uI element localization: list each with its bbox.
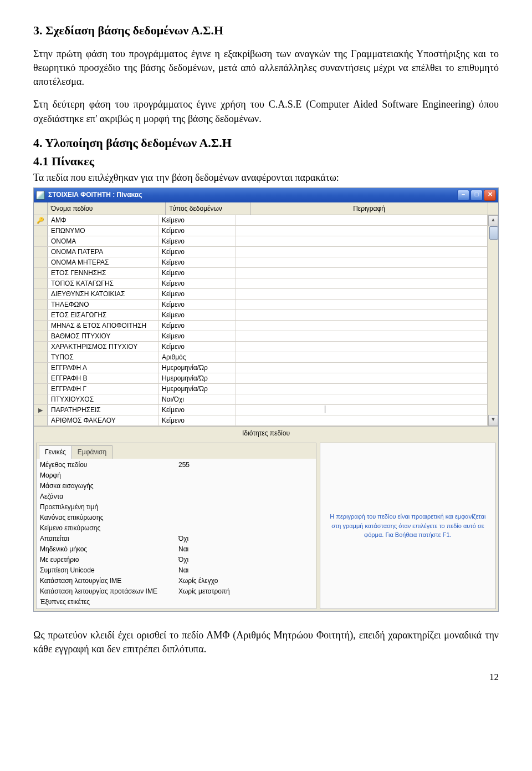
data-type-cell[interactable]: Κείμενο	[158, 226, 236, 236]
description-cell[interactable]	[236, 363, 488, 373]
row-selector[interactable]	[34, 373, 48, 383]
data-type-cell[interactable]: Κείμενο	[158, 310, 236, 320]
description-cell[interactable]	[236, 405, 488, 415]
properties-list[interactable]: Μέγεθος πεδίου255ΜορφήΜάσκα εισαγωγήςΛεζ…	[37, 459, 316, 608]
property-row[interactable]: ΑπαιτείταιΌχι	[37, 534, 316, 544]
description-cell[interactable]	[236, 384, 488, 394]
data-type-cell[interactable]: Κείμενο	[158, 289, 236, 299]
table-row[interactable]: ΟΝΟΜΑΚείμενο	[34, 236, 488, 247]
property-value[interactable]	[178, 597, 313, 607]
table-row[interactable]: ΧΑΡΑΚΤΗΡΙΣΜΟΣ ΠΤΥΧΙΟΥΚείμενο	[34, 342, 488, 352]
property-row[interactable]: Μορφή	[37, 470, 316, 481]
scroll-track[interactable]	[488, 226, 498, 415]
table-row[interactable]: ▶ΠΑΡΑΤΗΡΗΣΕΙΣΚείμενο	[34, 405, 488, 415]
scroll-thumb[interactable]	[489, 226, 498, 240]
table-row[interactable]: ΔΙΕΥΘΥΝΣΗ ΚΑΤΟΙΚΙΑΣΚείμενο	[34, 289, 488, 300]
table-row[interactable]: ΕΤΟΣ ΓΕΝΝΗΣΗΣΚείμενο	[34, 268, 488, 278]
description-cell[interactable]	[236, 226, 488, 236]
row-selector[interactable]	[34, 321, 48, 331]
property-value[interactable]: Χωρίς μετατροπή	[178, 587, 313, 596]
row-selector[interactable]	[34, 247, 48, 257]
row-selector[interactable]	[34, 310, 48, 320]
description-cell[interactable]	[236, 394, 488, 404]
property-value[interactable]: Ναι	[178, 545, 313, 554]
column-field-name[interactable]: Όνομα πεδίου	[48, 202, 166, 215]
window-titlebar[interactable]: ΣΤΟΙΧΕΙΑ ΦΟΙΤΗΤΗ : Πίνακας – □ ✕	[34, 188, 498, 202]
property-row[interactable]: Μάσκα εισαγωγής	[37, 481, 316, 491]
row-selector[interactable]	[34, 342, 48, 352]
row-selector[interactable]	[34, 257, 48, 267]
property-row[interactable]: Προεπιλεγμένη τιμή	[37, 502, 316, 513]
description-cell[interactable]	[236, 236, 488, 246]
description-cell[interactable]	[236, 268, 488, 278]
data-type-cell[interactable]: Κείμενο	[158, 236, 236, 246]
table-row[interactable]: ΟΝΟΜΑ ΜΗΤΕΡΑΣΚείμενο	[34, 257, 488, 268]
data-type-cell[interactable]: Ναι/Όχι	[158, 394, 236, 404]
vertical-scrollbar[interactable]: ▲ ▼	[488, 215, 498, 426]
data-type-cell[interactable]: Κείμενο	[158, 405, 236, 415]
property-row[interactable]: Συμπίεση UnicodeΝαι	[37, 565, 316, 576]
field-name-cell[interactable]: ΤΥΠΟΣ	[48, 352, 158, 362]
description-cell[interactable]	[236, 342, 488, 352]
row-selector[interactable]	[34, 384, 48, 394]
table-row[interactable]: ΕΤΟΣ ΕΙΣΑΓΩΓΗΣΚείμενο	[34, 310, 488, 321]
property-row[interactable]: Κατάσταση λειτουργίας προτάσεων IMEΧωρίς…	[37, 586, 316, 597]
field-name-cell[interactable]: ΔΙΕΥΘΥΝΣΗ ΚΑΤΟΙΚΙΑΣ	[48, 289, 158, 299]
table-row[interactable]: ΤΗΛΕΦΩΝΟΚείμενο	[34, 300, 488, 310]
description-cell[interactable]	[236, 321, 488, 331]
description-cell[interactable]	[236, 215, 488, 225]
row-selector[interactable]	[34, 394, 48, 404]
tab-general[interactable]: Γενικές	[39, 445, 72, 459]
property-row[interactable]: Με ευρετήριοΌχι	[37, 555, 316, 565]
table-row[interactable]: ΑΡΙΘΜΟΣ ΦΑΚΕΛΟΥΚείμενο	[34, 415, 488, 426]
field-name-cell[interactable]: ΕΓΓΡΑΦΗ Β	[48, 373, 158, 383]
row-selector[interactable]	[34, 300, 48, 310]
field-name-cell[interactable]: ΕΓΓΡΑΦΗ Γ	[48, 384, 158, 394]
data-type-cell[interactable]: Αριθμός	[158, 352, 236, 362]
property-value[interactable]: Ναι	[178, 566, 313, 575]
row-selector[interactable]	[34, 363, 48, 373]
scroll-down-button[interactable]: ▼	[488, 415, 498, 426]
row-selector[interactable]	[34, 236, 48, 246]
data-type-cell[interactable]: Κείμενο	[158, 300, 236, 310]
minimize-button[interactable]: –	[457, 190, 469, 201]
field-name-cell[interactable]: ΟΝΟΜΑ ΜΗΤΕΡΑΣ	[48, 257, 158, 267]
field-name-cell[interactable]: ΑΡΙΘΜΟΣ ΦΑΚΕΛΟΥ	[48, 415, 158, 425]
description-cell[interactable]	[236, 310, 488, 320]
close-button[interactable]: ✕	[484, 190, 496, 201]
field-name-cell[interactable]: ΤΗΛΕΦΩΝΟ	[48, 300, 158, 310]
property-row[interactable]: Μέγεθος πεδίου255	[37, 460, 316, 470]
field-name-cell[interactable]: ΕΤΟΣ ΕΙΣΑΓΩΓΗΣ	[48, 310, 158, 320]
property-row[interactable]: Κανόνας επικύρωσης	[37, 513, 316, 523]
table-row[interactable]: ΜΗΝΑΣ & ΕΤΟΣ ΑΠΟΦΟΙΤΗΣΗΚείμενο	[34, 321, 488, 331]
table-row[interactable]: ΕΓΓΡΑΦΗ ΑΗμερομηνία/Ώρ	[34, 363, 488, 373]
row-selector[interactable]: ▶	[34, 405, 48, 415]
property-value[interactable]	[178, 481, 313, 491]
row-selector[interactable]	[34, 278, 48, 288]
table-row[interactable]: ΕΠΩΝΥΜΟΚείμενο	[34, 226, 488, 236]
description-cell[interactable]	[236, 257, 488, 267]
property-value[interactable]: Όχι	[178, 534, 313, 544]
row-selector[interactable]	[34, 268, 48, 278]
table-row[interactable]: ΤΟΠΟΣ ΚΑΤΑΓΩΓΗΣΚείμενο	[34, 278, 488, 289]
scroll-up-button[interactable]: ▲	[488, 215, 498, 226]
tab-display[interactable]: Εμφάνιση	[71, 445, 112, 459]
field-name-cell[interactable]: ΟΝΟΜΑ ΠΑΤΕΡΑ	[48, 247, 158, 257]
table-row[interactable]: ΕΓΓΡΑΦΗ ΓΗμερομηνία/Ώρ	[34, 384, 488, 394]
data-type-cell[interactable]: Κείμενο	[158, 247, 236, 257]
row-selector[interactable]	[34, 289, 48, 299]
fields-grid[interactable]: 🔑ΑΜΦΚείμενοΕΠΩΝΥΜΟΚείμενοΟΝΟΜΑΚείμενοΟΝΟ…	[34, 215, 488, 426]
description-cell[interactable]	[236, 331, 488, 341]
property-value[interactable]	[178, 492, 313, 501]
row-selector[interactable]	[34, 415, 48, 425]
row-selector[interactable]	[34, 226, 48, 236]
property-row[interactable]: Κατάσταση λειτουργίας IMEΧωρίς έλεγχο	[37, 576, 316, 586]
field-name-cell[interactable]: ΒΑΘΜΟΣ ΠΤΥΧΙΟΥ	[48, 331, 158, 341]
row-selector[interactable]: 🔑	[34, 215, 48, 225]
property-value[interactable]: Όχι	[178, 555, 313, 565]
property-value[interactable]: Χωρίς έλεγχο	[178, 576, 313, 586]
data-type-cell[interactable]: Ημερομηνία/Ώρ	[158, 373, 236, 383]
description-cell[interactable]	[236, 352, 488, 362]
data-type-cell[interactable]: Κείμενο	[158, 215, 236, 225]
data-type-cell[interactable]: Κείμενο	[158, 331, 236, 341]
